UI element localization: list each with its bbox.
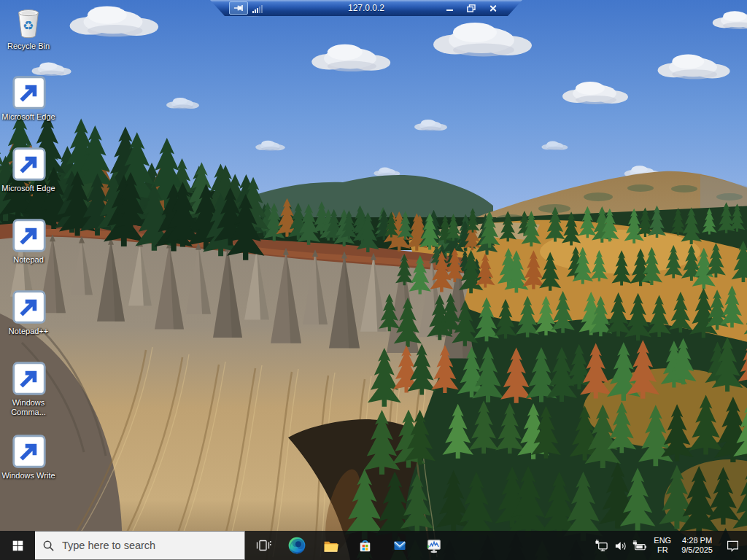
desktop-icon-microsoft-edge-1[interactable]: Microsoft Edge	[1, 77, 55, 122]
rdp-close-button[interactable]	[486, 3, 500, 14]
pushpin-icon	[233, 4, 244, 12]
tray-battery-button[interactable]	[630, 531, 649, 560]
svg-text:♻: ♻	[23, 18, 34, 33]
system-tray: ENG FR 4:28 PM 9/5/2025	[592, 531, 747, 560]
battery-charging-icon	[632, 539, 647, 553]
connection-quality-button[interactable]	[252, 4, 263, 13]
shortcut-arrow-icon	[12, 362, 46, 395]
taskbar-search[interactable]	[35, 531, 245, 560]
desktop-icon-notepad[interactable]: Notepad	[1, 219, 55, 265]
file-explorer-icon	[322, 537, 340, 555]
icon-label: Windows Comma...	[1, 398, 55, 417]
shortcut-arrow-icon	[12, 219, 46, 252]
clock-time: 4:28 PM	[681, 536, 713, 545]
close-icon	[489, 4, 498, 12]
pin-connection-bar-button[interactable]	[229, 1, 248, 15]
task-manager-icon	[425, 537, 443, 555]
microsoft-store-icon	[356, 537, 374, 555]
mail-icon	[391, 537, 409, 554]
search-input[interactable]	[61, 539, 214, 552]
shortcut-arrow-icon	[12, 290, 46, 324]
taskbar-app-task-view[interactable]	[245, 531, 279, 560]
taskbar-app-microsoft-store[interactable]	[348, 531, 382, 560]
minimize-icon	[446, 9, 453, 11]
edge-icon	[287, 536, 306, 555]
tray-language-indicator[interactable]: ENG FR	[649, 531, 676, 560]
desktop-icon-notepad-plus-plus[interactable]: Notepad++	[1, 291, 55, 336]
taskbar: ENG FR 4:28 PM 9/5/2025	[0, 531, 747, 560]
taskbar-app-file-explorer[interactable]	[314, 531, 348, 560]
windows-logo-icon	[12, 540, 24, 552]
rdp-minimize-button[interactable]	[442, 3, 457, 14]
desktop-icon-windows-command[interactable]: C:\ Windows Comma...	[1, 362, 55, 417]
recycle-bin-icon: ♻	[12, 6, 45, 39]
icon-label: Notepad++	[9, 327, 48, 336]
signal-bars-icon	[252, 4, 263, 13]
desktop-wallpaper	[0, 0, 747, 560]
action-center-button[interactable]	[718, 531, 747, 560]
tray-network-button[interactable]	[592, 531, 611, 560]
clock-date: 9/5/2025	[681, 545, 713, 555]
icon-label: Recycle Bin	[7, 42, 50, 51]
network-icon	[595, 539, 608, 553]
language-line1: ENG	[654, 536, 671, 545]
tray-volume-button[interactable]	[611, 531, 630, 560]
search-icon	[42, 540, 55, 552]
volume-icon	[614, 539, 627, 553]
rdp-connection-bar: 127.0.0.2	[210, 0, 522, 16]
taskbar-app-mail[interactable]	[382, 531, 417, 560]
shortcut-arrow-icon	[12, 435, 46, 468]
start-button[interactable]	[0, 531, 35, 560]
icon-label: Windows Write	[1, 471, 55, 481]
desktop: ♻ Recycle Bin Microsoft Edge Microsoft E…	[0, 0, 747, 560]
desktop-icon-microsoft-edge-2[interactable]: Microsoft Edge	[1, 148, 55, 193]
icon-label: Microsoft Edge	[1, 184, 55, 193]
tray-clock[interactable]: 4:28 PM 9/5/2025	[676, 531, 718, 560]
taskbar-app-task-manager[interactable]	[417, 531, 451, 560]
taskbar-app-microsoft-edge[interactable]	[279, 531, 314, 560]
desktop-icon-windows-write[interactable]: Windows Write	[1, 435, 55, 481]
language-line2: FR	[654, 545, 671, 555]
shortcut-arrow-icon	[12, 76, 46, 109]
icon-label: Microsoft Edge	[1, 112, 55, 122]
desktop-icon-recycle-bin[interactable]: ♻ Recycle Bin	[1, 6, 55, 51]
task-view-icon	[254, 537, 271, 554]
icon-label: Notepad	[13, 255, 44, 265]
restore-down-icon	[467, 4, 476, 12]
action-center-icon	[726, 539, 740, 553]
rdp-restore-button[interactable]	[464, 3, 479, 14]
shortcut-arrow-icon	[12, 147, 46, 181]
